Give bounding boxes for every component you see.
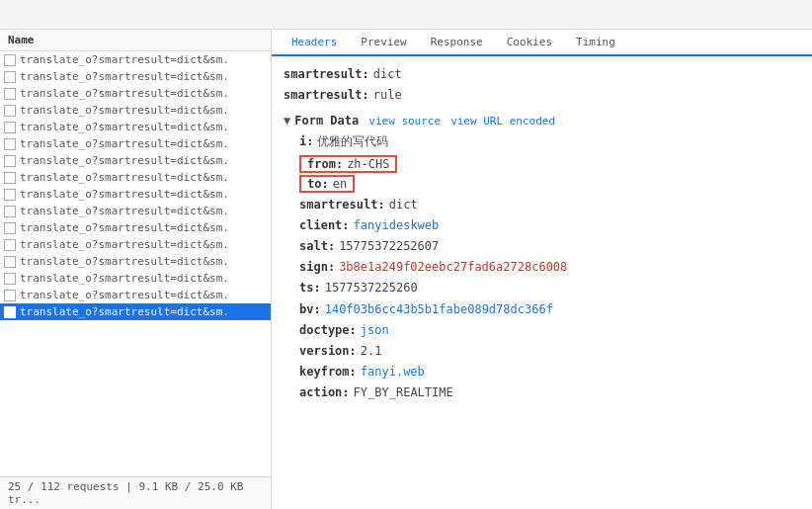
detail-panel: HeadersPreviewResponseCookiesTiming smar… [272,30,812,509]
request-checkbox[interactable] [4,138,16,150]
form-data-kv-row: version: 2.1 [284,341,800,362]
request-name: translate_o?smartresult=dict&sm. [20,188,267,201]
request-name: translate_o?smartresult=dict&sm. [20,305,267,318]
request-checkbox[interactable] [4,88,16,100]
request-checkbox[interactable] [4,155,16,167]
request-name: translate_o?smartresult=dict&sm. [20,289,267,301]
header-kv-row: smartresult: rule [284,85,800,106]
kv-val: 3b8e1a249f02eebc27fad6a2728c6008 [339,258,567,277]
kv-key: smartresult: [299,196,385,214]
request-list-item[interactable]: translate_o?smartresult=dict&sm. [0,186,271,203]
form-data-kv-row: sign: 3b8e1a249f02eebc27fad6a2728c6008 [284,257,800,278]
request-checkbox[interactable] [4,189,16,201]
form-data-kv-row: ts: 1577537225260 [284,278,800,298]
request-checkbox[interactable] [4,306,16,318]
kv-key: bv: [299,300,321,319]
header-kv-row: smartresult: dict [284,64,800,85]
kv-key: smartresult: [284,65,369,84]
request-checkbox[interactable] [4,71,16,83]
request-list-item[interactable]: translate_o?smartresult=dict&sm. [0,203,271,219]
request-checkbox[interactable] [4,105,16,117]
kv-val: dict [389,196,418,214]
request-name: translate_o?smartresult=dict&sm. [20,70,267,83]
form-data-section-header: ▼ Form Data view source view URL encoded [284,114,800,127]
kv-key: version: [299,342,357,361]
request-name: translate_o?smartresult=dict&sm. [20,137,267,150]
request-name: translate_o?smartresult=dict&sm. [20,255,267,268]
kv-val: 140f03b6cc43b5b1fabe089d78dc366f [325,300,553,319]
request-checkbox[interactable] [4,273,16,285]
tab-headers[interactable]: Headers [280,30,349,56]
form-data-kv-row: i: 优雅的写代码 [284,131,800,152]
kv-key: sign: [299,258,335,277]
kv-val: fanyi.web [361,363,425,382]
kv-key: i: [299,132,313,151]
request-list-item[interactable]: translate_o?smartresult=dict&sm. [0,119,271,135]
request-name: translate_o?smartresult=dict&sm. [20,53,267,66]
kv-val: 优雅的写代码 [317,132,388,151]
request-list-item[interactable]: translate_o?smartresult=dict&sm. [0,102,271,119]
form-data-kv-row: keyfrom: fanyi.web [284,362,800,382]
request-name: translate_o?smartresult=dict&sm. [20,221,267,234]
kv-key: client: [299,216,350,235]
request-name: translate_o?smartresult=dict&sm. [20,171,267,184]
network-request-list-panel: Name translate_o?smartresult=dict&sm. tr… [0,30,272,509]
tab-response[interactable]: Response [419,30,495,56]
tab-timing[interactable]: Timing [564,30,627,56]
request-list-item[interactable]: translate_o?smartresult=dict&sm. [0,287,271,303]
request-name: translate_o?smartresult=dict&sm. [20,104,267,117]
request-list-item[interactable]: translate_o?smartresult=dict&sm. [0,253,271,270]
request-name: translate_o?smartresult=dict&sm. [20,238,267,251]
network-list-header: Name [0,30,271,51]
highlighted-form-row: from: zh-CHS [299,155,397,173]
request-list-item[interactable]: translate_o?smartresult=dict&sm. [0,152,271,169]
kv-key: doctype: [299,321,357,340]
devtools-tab-bar [0,0,812,30]
request-list-item[interactable]: translate_o?smartresult=dict&sm. [0,236,271,253]
kv-key: salt: [299,237,335,256]
request-list-item[interactable]: translate_o?smartresult=dict&sm. [0,68,271,85]
request-list-item[interactable]: translate_o?smartresult=dict&sm. [0,219,271,236]
request-checkbox[interactable] [4,54,16,66]
request-name: translate_o?smartresult=dict&sm. [20,272,267,285]
kv-val: 2.1 [361,342,382,361]
request-checkbox[interactable] [4,206,16,217]
form-data-kv-row: doctype: json [284,320,800,341]
view-url-encoded-link[interactable]: view URL encoded [450,115,555,127]
tab-cookies[interactable]: Cookies [495,30,564,56]
request-checkbox[interactable] [4,290,16,301]
form-data-kv-row: bv: 140f03b6cc43b5b1fabe089d78dc366f [284,299,800,320]
request-list-item[interactable]: translate_o?smartresult=dict&sm. [0,169,271,186]
request-checkbox[interactable] [4,122,16,133]
request-checkbox[interactable] [4,256,16,268]
request-name: translate_o?smartresult=dict&sm. [20,87,267,100]
request-list-item[interactable]: translate_o?smartresult=dict&sm. [0,303,271,320]
kv-val: rule [373,86,402,105]
request-list[interactable]: translate_o?smartresult=dict&sm. transla… [0,51,271,476]
network-footer: 25 / 112 requests | 9.1 KB / 25.0 KB tr.… [0,476,271,509]
kv-val: json [361,321,389,340]
request-checkbox[interactable] [4,172,16,184]
request-name: translate_o?smartresult=dict&sm. [20,205,267,217]
form-data-title: Form Data [294,114,359,127]
tab-preview[interactable]: Preview [349,30,418,56]
request-name: translate_o?smartresult=dict&sm. [20,121,267,133]
kv-val: FY_BY_REALTIME [354,383,453,402]
kv-val: 1577537225260 [325,279,418,297]
request-list-item[interactable]: translate_o?smartresult=dict&sm. [0,51,271,68]
form-data-kv-row: smartresult: dict [284,195,800,215]
kv-key: keyfrom: [299,363,357,382]
request-checkbox[interactable] [4,222,16,234]
request-list-item[interactable]: translate_o?smartresult=dict&sm. [0,135,271,152]
view-source-link[interactable]: view source [368,115,441,127]
request-checkbox[interactable] [4,239,16,251]
detail-content-area: smartresult: dictsmartresult: rule ▼ For… [272,56,812,509]
kv-val: zh-CHS [347,157,389,171]
request-list-item[interactable]: translate_o?smartresult=dict&sm. [0,85,271,102]
form-data-toggle[interactable]: ▼ [284,114,290,127]
kv-key: from: [307,157,343,171]
request-list-item[interactable]: translate_o?smartresult=dict&sm. [0,270,271,287]
request-name: translate_o?smartresult=dict&sm. [20,154,267,167]
kv-key: to: [307,177,329,191]
highlighted-form-row: to: en [299,175,355,193]
